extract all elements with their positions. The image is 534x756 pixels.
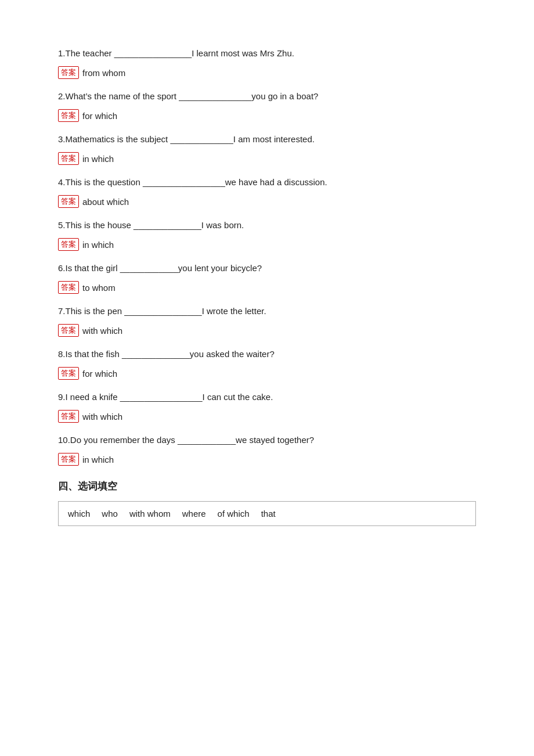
answer-line-q5: 答案in which — [58, 238, 476, 251]
question-block-q2: 2.What’s the name of the sport _________… — [58, 89, 476, 122]
questions-container: 1.The teacher ________________I learnt m… — [58, 46, 476, 466]
answer-badge-q2: 答案 — [58, 109, 79, 122]
word-bank-item-5: that — [261, 509, 276, 519]
answer-text-q3: in which — [82, 154, 114, 164]
word-bank-item-0: which — [68, 509, 90, 519]
answer-text-q8: for which — [82, 369, 117, 379]
answer-text-q10: in which — [82, 455, 114, 465]
answer-badge-q6: 答案 — [58, 281, 79, 294]
answer-text-q6: to whom — [82, 283, 116, 293]
question-text-q9: 9.I need a knife _________________I can … — [58, 390, 476, 404]
answer-badge-q3: 答案 — [58, 152, 79, 165]
answer-badge-q8: 答案 — [58, 367, 79, 380]
answer-line-q6: 答案to whom — [58, 281, 476, 294]
answer-line-q7: 答案with which — [58, 324, 476, 337]
answer-badge-q10: 答案 — [58, 453, 79, 466]
answer-text-q9: with which — [82, 412, 122, 422]
word-bank: whichwhowith whomwhereof whichthat — [58, 501, 476, 526]
question-text-q2: 2.What’s the name of the sport _________… — [58, 89, 476, 103]
section-title: 四、选词填空 — [58, 480, 476, 493]
answer-line-q9: 答案with which — [58, 410, 476, 423]
answer-badge-q1: 答案 — [58, 66, 79, 79]
question-text-q4: 4.This is the question _________________… — [58, 175, 476, 189]
answer-text-q4: about which — [82, 197, 129, 207]
answer-line-q10: 答案in which — [58, 453, 476, 466]
question-text-q10: 10.Do you remember the days ____________… — [58, 433, 476, 447]
question-block-q5: 5.This is the house ______________I was … — [58, 218, 476, 251]
answer-text-q5: in which — [82, 240, 114, 250]
word-bank-item-3: where — [182, 509, 206, 519]
answer-badge-q9: 答案 — [58, 410, 79, 423]
word-bank-item-1: who — [102, 509, 118, 519]
question-text-q3: 3.Mathematics is the subject ___________… — [58, 132, 476, 146]
question-text-q1: 1.The teacher ________________I learnt m… — [58, 46, 476, 60]
answer-line-q4: 答案about which — [58, 195, 476, 208]
question-text-q7: 7.This is the pen ________________I wrot… — [58, 304, 476, 318]
question-block-q3: 3.Mathematics is the subject ___________… — [58, 132, 476, 165]
question-block-q7: 7.This is the pen ________________I wrot… — [58, 304, 476, 337]
question-block-q4: 4.This is the question _________________… — [58, 175, 476, 208]
question-text-q5: 5.This is the house ______________I was … — [58, 218, 476, 232]
question-block-q1: 1.The teacher ________________I learnt m… — [58, 46, 476, 79]
word-bank-item-4: of which — [218, 509, 250, 519]
answer-line-q8: 答案for which — [58, 367, 476, 380]
question-text-q6: 6.Is that the girl ____________you lent … — [58, 261, 476, 275]
answer-text-q1: from whom — [82, 68, 125, 78]
question-block-q8: 8.Is that the fish ______________you ask… — [58, 347, 476, 380]
answer-badge-q5: 答案 — [58, 238, 79, 251]
question-block-q10: 10.Do you remember the days ____________… — [58, 433, 476, 466]
answer-line-q2: 答案for which — [58, 109, 476, 122]
answer-text-q7: with which — [82, 326, 122, 336]
answer-badge-q7: 答案 — [58, 324, 79, 337]
answer-text-q2: for which — [82, 111, 117, 121]
answer-line-q3: 答案in which — [58, 152, 476, 165]
question-block-q6: 6.Is that the girl ____________you lent … — [58, 261, 476, 294]
question-text-q8: 8.Is that the fish ______________you ask… — [58, 347, 476, 361]
question-block-q9: 9.I need a knife _________________I can … — [58, 390, 476, 423]
answer-line-q1: 答案from whom — [58, 66, 476, 79]
word-bank-item-2: with whom — [129, 509, 171, 519]
answer-badge-q4: 答案 — [58, 195, 79, 208]
